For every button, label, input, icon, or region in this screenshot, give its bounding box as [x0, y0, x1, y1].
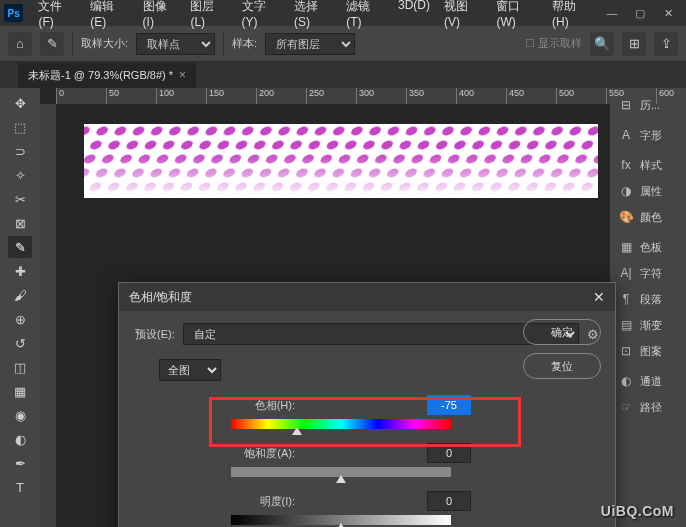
lightness-slider[interactable]: [231, 515, 451, 525]
app-logo: Ps: [4, 4, 23, 22]
stamp-tool[interactable]: ⊕: [8, 308, 32, 330]
panel-item[interactable]: ⊡图案: [610, 338, 686, 364]
dialog-close-icon[interactable]: ✕: [593, 289, 605, 305]
menu-item[interactable]: 3D(D): [391, 0, 437, 33]
watermark: UiBQ.CoM: [601, 503, 674, 519]
hue-saturation-dialog: 色相/饱和度 ✕ 预设(E): 自定 ⚙ 确定 复位 全图 色相(H):: [118, 282, 616, 527]
menu-item[interactable]: 帮助(H): [545, 0, 598, 33]
wand-tool[interactable]: ✧: [8, 164, 32, 186]
panel-item[interactable]: fx样式: [610, 152, 686, 178]
gradient-tool[interactable]: ▦: [8, 380, 32, 402]
panel-icon: A: [618, 128, 634, 142]
dialog-titlebar[interactable]: 色相/饱和度 ✕: [119, 283, 615, 311]
preset-select[interactable]: 自定: [183, 323, 579, 345]
minimize-button[interactable]: —: [598, 3, 626, 23]
close-button[interactable]: ✕: [654, 3, 682, 23]
panel-icon: fx: [618, 158, 634, 172]
saturation-input[interactable]: [427, 443, 471, 463]
canvas-area: 050100150200250300350400450500550600 色相/…: [40, 88, 610, 527]
sample-size-label: 取样大小:: [81, 36, 128, 51]
panel-item[interactable]: A字形: [610, 122, 686, 148]
heal-tool[interactable]: ✚: [8, 260, 32, 282]
eyedropper-tool-icon[interactable]: ✎: [40, 32, 64, 56]
lightness-label: 明度(I):: [231, 494, 295, 509]
crop-tool[interactable]: ✂: [8, 188, 32, 210]
menu-item[interactable]: 文件(F): [31, 0, 83, 33]
menu-item[interactable]: 窗口(W): [489, 0, 545, 33]
panel-icon: ◐: [618, 374, 634, 388]
menu-item[interactable]: 视图(V): [437, 0, 489, 33]
history-brush-tool[interactable]: ↺: [8, 332, 32, 354]
panel-item[interactable]: ◑属性: [610, 178, 686, 204]
document-tab-bar: 未标题-1 @ 79.3%(RGB/8#) * ×: [0, 62, 686, 88]
type-tool[interactable]: T: [8, 476, 32, 498]
eraser-tool[interactable]: ◫: [8, 356, 32, 378]
panel-item[interactable]: A|字符: [610, 260, 686, 286]
brush-tool[interactable]: 🖌: [8, 284, 32, 306]
sample-label: 样本:: [232, 36, 257, 51]
title-bar: Ps 文件(F)编辑(E)图像(I)图层(L)文字(Y)选择(S)滤镜(T)3D…: [0, 0, 686, 26]
move-tool[interactable]: ✥: [8, 92, 32, 114]
menu-item[interactable]: 图像(I): [136, 0, 184, 33]
panel-item[interactable]: 🎨颜色: [610, 204, 686, 230]
saturation-slider[interactable]: [231, 467, 451, 477]
reset-button[interactable]: 复位: [523, 353, 601, 379]
home-icon[interactable]: ⌂: [8, 32, 32, 56]
panel-item[interactable]: ◐通道: [610, 368, 686, 394]
right-panels: ⊟历...A字形fx样式◑属性🎨颜色▦色板A|字符¶段落▤渐变⊡图案◐通道☞路径: [610, 88, 686, 527]
panel-item[interactable]: ☞路径: [610, 394, 686, 420]
panel-item[interactable]: ▦色板: [610, 234, 686, 260]
sample-layers-select[interactable]: 所有图层: [265, 33, 355, 55]
preset-label: 预设(E):: [135, 327, 175, 342]
saturation-label: 饱和度(A):: [231, 446, 295, 461]
menu-item[interactable]: 图层(L): [183, 0, 234, 33]
panel-icon: ▦: [618, 240, 634, 254]
search-icon[interactable]: 🔍: [590, 32, 614, 56]
eyedropper-tool[interactable]: ✎: [8, 236, 32, 258]
panel-icon: ☞: [618, 400, 634, 414]
canvas-content: [84, 124, 598, 198]
share-icon[interactable]: ⇪: [654, 32, 678, 56]
panel-icon: ◑: [618, 184, 634, 198]
lightness-input[interactable]: [427, 491, 471, 511]
lasso-tool[interactable]: ⊃: [8, 140, 32, 162]
hue-label: 色相(H):: [231, 398, 295, 413]
menu-item[interactable]: 选择(S): [287, 0, 339, 33]
panel-icon: 🎨: [618, 210, 634, 224]
ok-button[interactable]: 确定: [523, 319, 601, 345]
hue-input[interactable]: [427, 395, 471, 415]
hue-slider[interactable]: [231, 419, 451, 429]
tools-panel: ✥ ⬚ ⊃ ✧ ✂ ⊠ ✎ ✚ 🖌 ⊕ ↺ ◫ ▦ ◉ ◐ ✒ T: [0, 88, 40, 527]
menu-item[interactable]: 文字(Y): [235, 0, 287, 33]
close-tab-icon[interactable]: ×: [179, 68, 186, 82]
document-tab[interactable]: 未标题-1 @ 79.3%(RGB/8#) * ×: [18, 63, 196, 88]
workspace-icon[interactable]: ⊞: [622, 32, 646, 56]
panel-icon: ▤: [618, 318, 634, 332]
menu-item[interactable]: 滤镜(T): [339, 0, 391, 33]
panel-icon: ⊡: [618, 344, 634, 358]
restore-button[interactable]: ▢: [626, 3, 654, 23]
frame-tool[interactable]: ⊠: [8, 212, 32, 234]
menu-item[interactable]: 编辑(E): [83, 0, 135, 33]
pen-tool[interactable]: ✒: [8, 452, 32, 474]
panel-icon: A|: [618, 266, 634, 280]
panel-item[interactable]: ▤渐变: [610, 312, 686, 338]
blur-tool[interactable]: ◉: [8, 404, 32, 426]
horizontal-ruler: 050100150200250300350400450500550600: [56, 88, 610, 104]
color-range-select[interactable]: 全图: [159, 359, 221, 381]
dodge-tool[interactable]: ◐: [8, 428, 32, 450]
marquee-tool[interactable]: ⬚: [8, 116, 32, 138]
panel-item[interactable]: ¶段落: [610, 286, 686, 312]
sample-size-select[interactable]: 取样点: [136, 33, 215, 55]
vertical-ruler: [40, 104, 56, 527]
panel-icon: ¶: [618, 292, 634, 306]
